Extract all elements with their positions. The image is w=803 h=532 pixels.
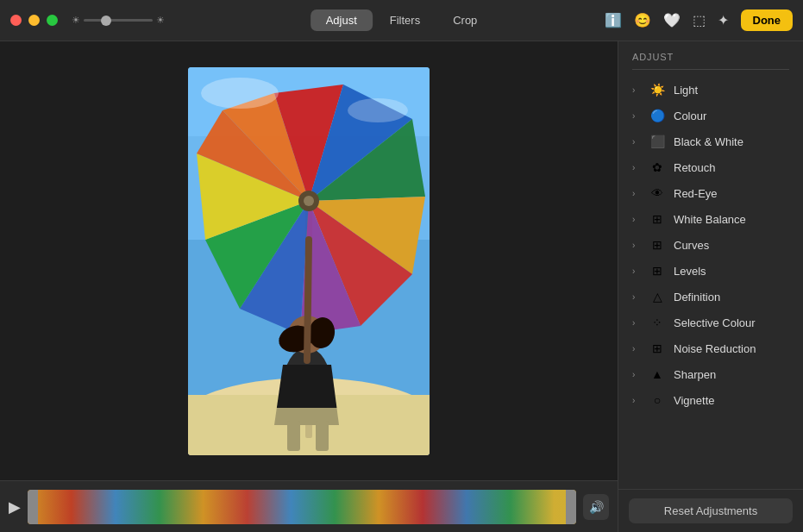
definition-label: Definition	[674, 291, 720, 304]
vignette-icon: ○	[649, 393, 665, 407]
sharpen-icon: ▲	[649, 367, 665, 381]
tab-adjust[interactable]: Adjust	[311, 9, 373, 31]
white-balance-label: White Balance	[674, 213, 746, 226]
svg-point-29	[348, 98, 408, 122]
adjust-item-definition[interactable]: › △ Definition	[618, 284, 803, 310]
colour-icon: 🔵	[649, 109, 665, 122]
chevron-icon: ›	[632, 85, 641, 95]
heart-button[interactable]: 🤍	[663, 12, 681, 28]
emoji-button[interactable]: 😊	[634, 12, 651, 28]
done-button[interactable]: Done	[741, 9, 794, 31]
right-controls: ℹ️ 😊 🤍 ⬚ ✦ Done	[605, 9, 794, 31]
slider-thumb[interactable]	[101, 16, 111, 26]
titlebar: ☀ ☀ Adjust Filters Crop ℹ️ 😊 🤍 ⬚ ✦ Done	[0, 0, 803, 41]
adjust-item-light[interactable]: › ☀️ Light	[618, 77, 803, 103]
close-button[interactable]	[10, 15, 22, 26]
adjust-item-retouch[interactable]: › ✿ Retouch	[618, 154, 803, 180]
black-white-icon: ⬛	[649, 135, 665, 148]
vignette-label: Vignette	[674, 394, 714, 407]
black-white-label: Black & White	[674, 135, 743, 148]
heart-icon: 🤍	[663, 12, 681, 28]
chevron-icon: ›	[632, 215, 641, 224]
magic-icon: ✦	[718, 12, 729, 28]
noise-reduction-icon: ⊞	[649, 341, 665, 355]
adjust-item-selective-colour[interactable]: › ⁘ Selective Colour	[618, 310, 803, 335]
curves-label: Curves	[674, 239, 709, 252]
chevron-icon: ›	[632, 189, 641, 198]
play-button[interactable]: ▶	[9, 498, 21, 516]
main-content: ▶ 🔊 ADJUST › ☀️ Light › 🔵 Co	[0, 41, 803, 532]
red-eye-label: Red-Eye	[674, 187, 718, 200]
magic-button[interactable]: ✦	[718, 12, 729, 28]
adjust-item-colour[interactable]: › 🔵 Colour	[618, 103, 803, 128]
adjust-item-curves[interactable]: › ⊞ Curves	[618, 232, 803, 258]
minimize-button[interactable]	[28, 15, 40, 26]
chevron-icon: ›	[632, 318, 641, 328]
brightness-min-icon: ☀	[72, 15, 80, 26]
adjust-item-noise-reduction[interactable]: › ⊞ Noise Reduction	[618, 335, 803, 361]
adjust-list: › ☀️ Light › 🔵 Colour › ⬛ Black & White …	[618, 73, 803, 489]
definition-icon: △	[649, 290, 665, 304]
maximize-button[interactable]	[47, 15, 58, 26]
noise-reduction-label: Noise Reduction	[674, 342, 756, 355]
emoji-icon: 😊	[634, 12, 651, 28]
chevron-icon: ›	[632, 111, 641, 121]
adjust-item-red-eye[interactable]: › 👁 Red-Eye	[618, 180, 803, 206]
levels-icon: ⊞	[649, 264, 665, 278]
levels-label: Levels	[674, 265, 706, 278]
sound-button[interactable]: 🔊	[583, 494, 609, 520]
adjust-item-white-balance[interactable]: › ⊞ White Balance	[618, 206, 803, 232]
play-icon: ▶	[9, 498, 21, 516]
tab-crop[interactable]: Crop	[437, 9, 492, 31]
crop-icon: ⬚	[693, 12, 706, 28]
chevron-icon: ›	[632, 241, 641, 250]
light-icon: ☀️	[649, 83, 665, 97]
filmstrip-frames	[28, 490, 576, 524]
colour-label: Colour	[674, 110, 706, 122]
right-panel: ADJUST › ☀️ Light › 🔵 Colour › ⬛ Black &…	[618, 41, 803, 532]
crop-button[interactable]: ⬚	[693, 12, 706, 28]
red-eye-icon: 👁	[649, 186, 665, 200]
info-icon: ℹ️	[605, 12, 622, 28]
filmstrip-handle-left[interactable]	[28, 490, 38, 524]
reset-adjustments-button[interactable]: Reset Adjustments	[629, 498, 793, 523]
chevron-icon: ›	[632, 163, 641, 172]
photo-image	[188, 67, 430, 455]
reset-btn-container: Reset Adjustments	[618, 489, 803, 532]
adjust-item-sharpen[interactable]: › ▲ Sharpen	[618, 361, 803, 387]
adjust-item-vignette[interactable]: › ○ Vignette	[618, 387, 803, 413]
brightness-slider[interactable]: ☀ ☀	[72, 15, 165, 26]
brightness-max-icon: ☀	[156, 15, 165, 26]
svg-point-28	[201, 78, 279, 109]
sound-icon: 🔊	[589, 500, 604, 514]
curves-icon: ⊞	[649, 238, 665, 252]
chevron-icon: ›	[632, 344, 641, 354]
adjust-item-black-white[interactable]: › ⬛ Black & White	[618, 128, 803, 154]
slider-track[interactable]	[84, 19, 153, 22]
info-button[interactable]: ℹ️	[605, 12, 622, 28]
image-area: ▶ 🔊	[0, 41, 618, 532]
svg-point-18	[304, 196, 314, 206]
light-label: Light	[674, 84, 698, 97]
sharpen-label: Sharpen	[674, 368, 716, 381]
filmstrip-bar: ▶ 🔊	[0, 480, 618, 532]
filmstrip-handle-right[interactable]	[566, 490, 576, 524]
chevron-icon: ›	[632, 137, 641, 147]
retouch-icon: ✿	[649, 160, 665, 174]
chevron-icon: ›	[632, 266, 641, 276]
chevron-icon: ›	[632, 396, 641, 405]
svg-rect-27	[188, 408, 430, 455]
adjust-item-levels[interactable]: › ⊞ Levels	[618, 258, 803, 284]
retouch-label: Retouch	[674, 161, 715, 174]
center-tabs: Adjust Filters Crop	[311, 9, 493, 31]
tab-filters[interactable]: Filters	[374, 9, 436, 31]
chevron-icon: ›	[632, 370, 641, 379]
adjust-divider	[632, 69, 789, 70]
filmstrip[interactable]	[28, 490, 576, 524]
adjust-header: ADJUST	[618, 41, 803, 69]
svg-line-23	[307, 240, 309, 360]
selective-colour-label: Selective Colour	[674, 316, 756, 329]
chevron-icon: ›	[632, 292, 641, 302]
traffic-lights	[10, 15, 58, 26]
image-viewport	[0, 41, 618, 480]
